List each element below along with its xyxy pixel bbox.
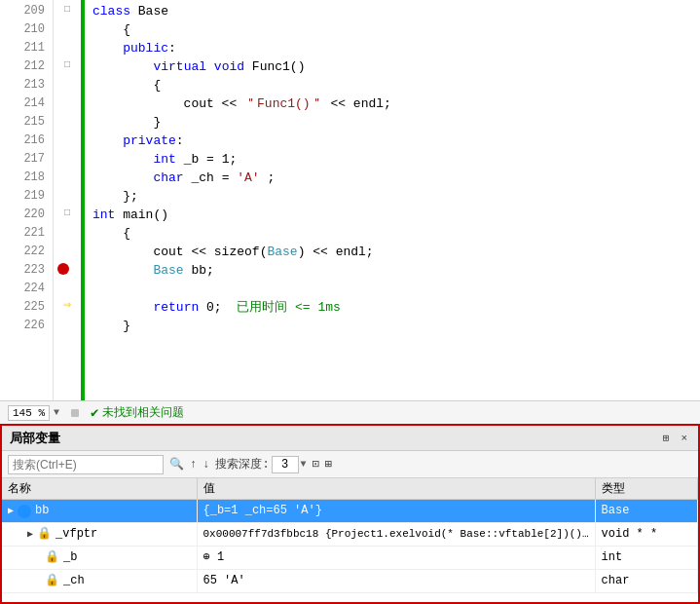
code-line-222: cout << sizeof(Base) << endl; <box>92 243 700 261</box>
check-icon: ✔ <box>91 404 98 421</box>
panel-pin-button[interactable]: ⊞ <box>660 431 673 445</box>
code-line-226: } <box>92 317 700 335</box>
code-line-209: class Base <box>92 2 700 20</box>
search-icon[interactable]: 🔍 <box>169 457 184 472</box>
locals-panel: 局部变量 ⊞ × 🔍 ↑ ↓ 搜索深度: 3 ▼ ⊡ ⊞ 名称 值 类型 <box>0 424 700 604</box>
search-input[interactable] <box>13 458 159 472</box>
collapse-icon-220[interactable]: □ <box>64 204 70 222</box>
code-line-214: cout << ＂Func1()＂ << endl; <box>92 94 700 113</box>
var-cell-type-bb: Base <box>595 500 697 523</box>
code-line-216: private: <box>92 132 700 150</box>
zoom-value[interactable]: 145 % <box>8 405 50 421</box>
panel-header: 局部变量 ⊞ × <box>2 426 698 451</box>
var-cell-type-ch: char <box>595 570 697 593</box>
var-cell-name-vfptr: ▶ 🔒 _vfptr <box>2 523 197 547</box>
panel-title: 局部变量 <box>10 430 60 447</box>
var-icon-ch: 🔒 <box>45 572 59 590</box>
col-header-name: 名称 <box>2 478 197 500</box>
var-cell-value-b: ⊕ 1 <box>197 547 595 570</box>
code-line-224 <box>92 280 700 298</box>
line-numbers: 209 210 211 212 213 214 215 216 217 218 … <box>0 0 54 400</box>
var-icon-b: 🔒 <box>45 548 59 567</box>
code-line-211: public: <box>92 39 700 57</box>
var-cell-name-bb: ▶ bb <box>2 500 197 523</box>
search-box[interactable] <box>8 455 164 474</box>
panel-toolbar: 🔍 ↑ ↓ 搜索深度: 3 ▼ ⊡ ⊞ <box>2 451 698 478</box>
expand-icon-bb[interactable]: ▶ <box>8 502 14 520</box>
var-name-b: _b <box>63 548 77 567</box>
var-name-ch: _ch <box>63 572 85 590</box>
breakpoint-223 <box>57 263 69 275</box>
var-row-b[interactable]: 🔒 _b ⊕ 1 int <box>2 547 698 570</box>
code-line-221: { <box>92 224 700 243</box>
var-row-vfptr[interactable]: ▶ 🔒 _vfptr 0x00007ff7d3fbbc18 {Project1.… <box>2 523 698 547</box>
toolbar-icon1[interactable]: ⊡ <box>313 457 319 472</box>
var-cell-type-b: int <box>595 547 697 570</box>
var-data-table: 名称 值 类型 ▶ bb {_b=1 _ch=65 'A'} <box>2 478 698 593</box>
var-cell-type-vfptr: void * * <box>595 523 697 547</box>
col-header-type: 类型 <box>595 478 697 500</box>
code-line-223: Base bb; <box>92 261 700 280</box>
code-line-219: }; <box>92 187 700 206</box>
scroll-indicator <box>71 409 79 417</box>
var-row-ch[interactable]: 🔒 _ch 65 'A' char <box>2 570 698 593</box>
code-line-210: { <box>92 20 700 39</box>
panel-controls[interactable]: ⊞ × <box>660 431 690 445</box>
code-line-215: } <box>92 113 700 132</box>
editor-gutter: □ □ □ ⇒ <box>54 0 81 400</box>
var-name-bb: bb <box>35 502 49 520</box>
var-cell-value-bb: {_b=1 _ch=65 'A'} <box>197 500 595 523</box>
variables-table: 名称 值 类型 ▶ bb {_b=1 _ch=65 'A'} <box>2 478 698 602</box>
code-line-220: int main() <box>92 206 700 224</box>
search-down-icon[interactable]: ↓ <box>203 458 209 472</box>
code-lines[interactable]: class Base { public: virtual void Func1(… <box>85 0 700 400</box>
var-icon-vfptr: 🔒 <box>37 525 52 544</box>
zoom-control[interactable]: 145 % ▼ <box>8 405 59 421</box>
code-line-213: { <box>92 76 700 94</box>
depth-value[interactable]: 3 <box>272 456 299 473</box>
code-editor: 209 210 211 212 213 214 215 216 217 218 … <box>0 0 700 424</box>
depth-label: 搜索深度: <box>215 456 269 472</box>
var-name-vfptr: _vfptr <box>55 525 97 544</box>
panel-close-button[interactable]: × <box>678 432 690 445</box>
zoom-dropdown-icon[interactable]: ▼ <box>54 407 59 418</box>
search-up-icon[interactable]: ↑ <box>190 458 197 472</box>
var-row-bb[interactable]: ▶ bb {_b=1 _ch=65 'A'} Base <box>2 500 698 523</box>
collapse-icon-212[interactable]: □ <box>64 56 70 74</box>
var-cell-name-b: 🔒 _b <box>2 547 197 570</box>
code-line-212: virtual void Func1() <box>92 57 700 76</box>
col-header-value: 值 <box>197 478 595 500</box>
execution-arrow: ⇒ <box>63 296 71 315</box>
status-text: 未找到相关问题 <box>102 404 184 421</box>
code-line-225: return 0; 已用时间 <= 1ms <box>92 298 700 317</box>
code-line-218: char _ch = 'A' ; <box>92 169 700 187</box>
expand-icon-vfptr[interactable]: ▶ <box>27 525 33 544</box>
depth-control: 搜索深度: 3 ▼ <box>215 456 306 473</box>
var-cell-name-ch: 🔒 _ch <box>2 570 197 593</box>
var-cell-value-ch: 65 'A' <box>197 570 595 593</box>
var-icon-bb <box>18 505 31 518</box>
status-check: ✔ 未找到相关问题 <box>91 404 184 421</box>
depth-dropdown-icon[interactable]: ▼ <box>301 459 307 470</box>
toolbar-icon2[interactable]: ⊞ <box>325 457 332 472</box>
collapse-icon-209[interactable]: □ <box>64 0 70 19</box>
status-bar: 145 % ▼ ✔ 未找到相关问题 <box>0 400 700 424</box>
code-line-217: int _b = 1; <box>92 150 700 169</box>
var-cell-value-vfptr: 0x00007ff7d3fbbc18 {Project1.exelvoid(* … <box>197 523 595 547</box>
